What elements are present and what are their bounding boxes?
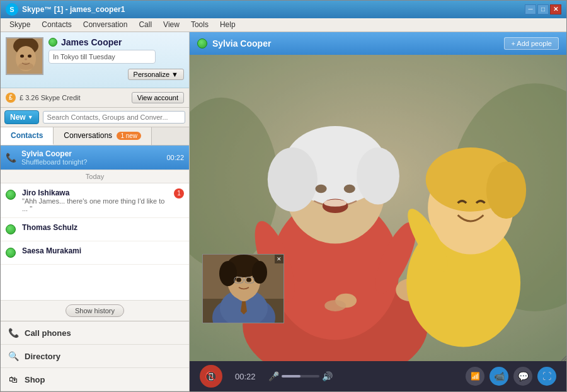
notification-badge: 1 — [174, 188, 184, 199]
nav-item-shop[interactable]: 🛍 Shop — [1, 368, 189, 391]
nav-call-phones-label: Call phones — [25, 328, 71, 338]
call-controls: 📵 00:22 🎤 🔊 📶 — [190, 361, 566, 391]
end-call-button[interactable]: 📵 — [200, 365, 222, 388]
fullscreen-button[interactable]: ⛶ — [537, 367, 556, 386]
volume-bar[interactable] — [282, 375, 319, 378]
contact-status-icon — [6, 190, 17, 201]
window-controls: ─ □ ✕ — [525, 4, 561, 14]
menu-call[interactable]: Call — [134, 19, 157, 30]
svg-line-52 — [564, 359, 566, 361]
speaker-icon: 🔊 — [322, 371, 333, 381]
call-quality-button[interactable]: 📶 — [466, 367, 484, 386]
chat-icon: 💬 — [518, 371, 529, 381]
new-button-label: New — [10, 113, 26, 122]
maximize-button[interactable]: □ — [537, 4, 549, 14]
right-controls: 📶 📹 💬 ⛶ — [466, 367, 556, 386]
show-history-section: Show history — [1, 300, 189, 321]
phone-icon: 📞 — [6, 153, 16, 163]
self-view-frame — [203, 255, 284, 323]
svg-point-6 — [18, 62, 33, 70]
credit-icon: £ — [6, 93, 16, 103]
show-history-button[interactable]: Show history — [66, 304, 124, 317]
status-message[interactable]: In Tokyo till Tuesday — [49, 50, 156, 64]
resize-icon — [559, 354, 566, 361]
tab-contacts[interactable]: Contacts — [1, 127, 54, 145]
contact-status-icon — [6, 224, 17, 236]
tab-conversations[interactable]: Conversations 1 new — [54, 127, 152, 145]
menu-skype[interactable]: Skype — [4, 19, 35, 30]
close-button[interactable]: ✕ — [550, 4, 561, 14]
chat-button[interactable]: 💬 — [513, 367, 532, 386]
shop-icon: 🛍 — [7, 373, 20, 386]
call-contact-name: Sylvia Cooper — [212, 38, 499, 49]
profile-info: James Cooper In Tokyo till Tuesday Perso… — [43, 37, 184, 80]
minimize-button[interactable]: ─ — [525, 4, 536, 14]
title-bar: S Skype™ [1] - james_cooper1 ─ □ ✕ — [1, 1, 566, 18]
profile-status-icon — [49, 38, 57, 47]
svg-point-3 — [20, 54, 24, 57]
self-view: ✕ — [202, 254, 284, 323]
credit-amount: £ 3.26 Skype Credit — [20, 94, 128, 101]
search-input[interactable] — [43, 111, 185, 124]
profile-name: James Cooper — [61, 37, 122, 47]
menu-conversation[interactable]: Conversation — [78, 19, 133, 30]
contact-info: Jiro Ishikawa "Ahh James... there's one … — [22, 188, 169, 212]
tab-conversations-label: Conversations — [64, 131, 112, 140]
list-item[interactable]: Thomas Schulz — [1, 218, 189, 241]
svg-point-45 — [252, 261, 267, 284]
directory-icon: 🔍 — [7, 350, 20, 362]
menu-contacts[interactable]: Contacts — [37, 19, 76, 30]
list-item[interactable]: Saesa Murakami — [1, 241, 189, 265]
call-header: Sylvia Cooper + Add people — [190, 32, 566, 55]
tab-contacts-label: Contacts — [11, 131, 43, 140]
skype-logo-icon: S — [6, 3, 18, 16]
active-contact-message: Shuffleboard tonight? — [21, 158, 161, 166]
left-panel: James Cooper In Tokyo till Tuesday Perso… — [1, 32, 190, 391]
add-people-button[interactable]: + Add people — [504, 37, 559, 50]
video-button[interactable]: 📹 — [490, 367, 508, 386]
end-call-icon: 📵 — [205, 371, 217, 383]
view-account-button[interactable]: View account — [132, 92, 184, 103]
nav-directory-label: Directory — [25, 352, 60, 361]
mic-icon: 🎤 — [268, 371, 279, 381]
volume-fill — [282, 375, 301, 378]
svg-line-51 — [561, 356, 566, 361]
contact-snippet: "Ahh James... there's one more thing I'd… — [22, 197, 169, 212]
fullscreen-icon: ⛶ — [542, 371, 551, 381]
contact-list: 📞 Sylvia Cooper Shuffleboard tonight? 00… — [1, 146, 189, 300]
svg-point-46 — [236, 278, 241, 282]
svg-point-5 — [25, 58, 27, 60]
bottom-nav: 📞 Call phones 🔍 Directory 🛍 Shop — [1, 321, 189, 391]
svg-point-4 — [28, 54, 32, 57]
resize-handle[interactable] — [556, 351, 566, 361]
contact-name: Thomas Schulz — [22, 223, 184, 232]
new-button-arrow-icon: ▼ — [28, 114, 33, 120]
menu-bar: Skype Contacts Conversation Call View To… — [1, 18, 566, 32]
self-view-close[interactable]: ✕ — [275, 255, 284, 263]
contact-name: Saesa Murakami — [22, 246, 184, 255]
menu-help[interactable]: Help — [215, 19, 241, 30]
active-call-time: 00:22 — [166, 154, 184, 161]
volume-area: 🎤 🔊 — [268, 371, 461, 381]
call-phones-icon: 📞 — [7, 326, 20, 339]
profile-avatar — [6, 37, 43, 75]
nav-item-directory[interactable]: 🔍 Directory — [1, 345, 189, 368]
active-contact-info: Sylvia Cooper Shuffleboard tonight? — [21, 149, 161, 166]
svg-point-47 — [246, 278, 251, 282]
list-item[interactable]: 📞 Sylvia Cooper Shuffleboard tonight? 00… — [1, 146, 189, 170]
profile-section: James Cooper In Tokyo till Tuesday Perso… — [1, 32, 189, 88]
contact-info: Saesa Murakami — [22, 246, 184, 255]
menu-tools[interactable]: Tools — [186, 19, 214, 30]
call-status-icon — [197, 38, 207, 49]
nav-item-call-phones[interactable]: 📞 Call phones — [1, 321, 189, 345]
right-panel: Sylvia Cooper + Add people — [190, 32, 566, 391]
personalize-button[interactable]: Personalize ▼ — [128, 69, 184, 80]
list-item[interactable]: Jiro Ishikawa "Ahh James... there's one … — [1, 183, 189, 218]
signal-icon: 📶 — [471, 372, 480, 381]
menu-view[interactable]: View — [158, 19, 185, 30]
nav-shop-label: Shop — [25, 375, 45, 384]
video-icon: 📹 — [494, 371, 505, 381]
new-button[interactable]: New ▼ — [4, 110, 39, 124]
svg-point-44 — [219, 261, 237, 286]
video-area: ✕ — [190, 55, 566, 361]
